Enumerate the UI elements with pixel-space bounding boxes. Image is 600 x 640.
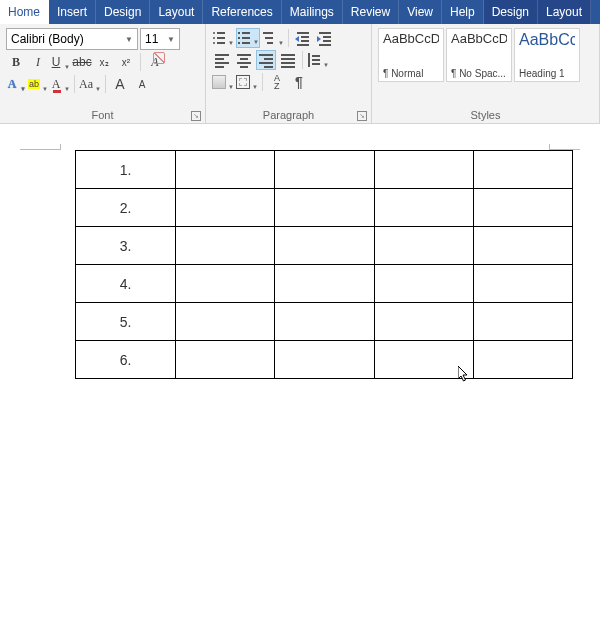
group-label-paragraph: Paragraph <box>206 109 371 121</box>
font-size-combo[interactable]: 11 ▼ <box>140 28 180 50</box>
table-cell[interactable] <box>176 303 275 341</box>
shading-button[interactable]: ▼ <box>212 72 234 92</box>
style-heading-1[interactable]: AaBbCc Heading 1 <box>514 28 580 82</box>
margin-guide <box>60 144 61 150</box>
style-normal[interactable]: AaBbCcDd ¶ Normal <box>378 28 444 82</box>
tab-layout[interactable]: Layout <box>150 0 203 24</box>
ribbon-tabs: Home Insert Design Layout References Mai… <box>0 0 600 24</box>
bullets-button[interactable]: ▼ <box>212 28 234 48</box>
chevron-down-icon: ▼ <box>228 40 234 46</box>
align-center-icon <box>237 54 251 66</box>
table-row[interactable]: 4. <box>76 265 573 303</box>
table-cell[interactable] <box>374 151 473 189</box>
table-cell[interactable]: 2. <box>76 189 176 227</box>
table-cell[interactable] <box>473 265 572 303</box>
clear-formatting-button[interactable]: A <box>145 52 165 72</box>
table-cell[interactable] <box>374 265 473 303</box>
chevron-down-icon: ▼ <box>20 86 26 92</box>
highlight-button[interactable]: ab▼ <box>28 74 48 94</box>
borders-icon <box>236 75 250 89</box>
table-row[interactable]: 6. <box>76 341 573 379</box>
table-cell[interactable] <box>374 341 473 379</box>
table-cell[interactable] <box>176 265 275 303</box>
table-cell[interactable] <box>176 341 275 379</box>
table-cell[interactable] <box>275 227 374 265</box>
tab-table-layout[interactable]: Layout <box>538 0 591 24</box>
increase-indent-icon <box>317 31 333 45</box>
font-dialog-launcher[interactable]: ↘ <box>191 111 201 121</box>
paragraph-dialog-launcher[interactable]: ↘ <box>357 111 367 121</box>
multilevel-list-button[interactable]: ▼ <box>262 28 284 48</box>
document-area: 1.2.3.4.5.6. <box>0 124 600 379</box>
table-cell[interactable] <box>374 189 473 227</box>
grow-font-button[interactable]: A <box>110 74 130 94</box>
numbering-button[interactable]: ▼ <box>236 28 260 48</box>
subscript-button[interactable]: x₂ <box>94 52 114 72</box>
table-cell[interactable] <box>275 151 374 189</box>
table-row[interactable]: 3. <box>76 227 573 265</box>
table-row[interactable]: 1. <box>76 151 573 189</box>
tab-references[interactable]: References <box>203 0 281 24</box>
tab-view[interactable]: View <box>399 0 442 24</box>
separator <box>288 29 289 47</box>
italic-button[interactable]: I <box>28 52 48 72</box>
tab-design[interactable]: Design <box>96 0 150 24</box>
table-row[interactable]: 2. <box>76 189 573 227</box>
chevron-down-icon: ▼ <box>64 64 70 70</box>
align-left-button[interactable] <box>212 50 232 70</box>
table-cell[interactable] <box>275 303 374 341</box>
bold-button[interactable]: B <box>6 52 26 72</box>
table-cell[interactable] <box>176 151 275 189</box>
style-no-spacing[interactable]: AaBbCcDd ¶ No Spac... <box>446 28 512 82</box>
chevron-down-icon: ▼ <box>95 86 101 92</box>
table-cell[interactable] <box>275 265 374 303</box>
table-cell[interactable]: 3. <box>76 227 176 265</box>
table-cell[interactable] <box>374 303 473 341</box>
show-marks-button[interactable]: ¶ <box>289 72 309 92</box>
table-cell[interactable] <box>473 189 572 227</box>
align-center-button[interactable] <box>234 50 254 70</box>
align-right-button[interactable] <box>256 50 276 70</box>
shrink-font-button[interactable]: A <box>132 74 152 94</box>
styles-gallery[interactable]: AaBbCcDd ¶ Normal AaBbCcDd ¶ No Spac... … <box>378 28 593 82</box>
table-cell[interactable] <box>275 341 374 379</box>
table-cell[interactable] <box>176 227 275 265</box>
table-cell[interactable] <box>473 341 572 379</box>
strikethrough-button[interactable]: abc <box>72 52 92 72</box>
table-cell[interactable] <box>473 303 572 341</box>
table-cell[interactable]: 4. <box>76 265 176 303</box>
table-cell[interactable] <box>473 227 572 265</box>
table-cell[interactable]: 6. <box>76 341 176 379</box>
table-cell[interactable] <box>176 189 275 227</box>
increase-indent-button[interactable] <box>315 28 335 48</box>
chevron-down-icon: ▼ <box>253 39 259 45</box>
font-name-combo[interactable]: Calibri (Body) ▼ <box>6 28 138 50</box>
table-cell[interactable]: 5. <box>76 303 176 341</box>
table-row[interactable]: 5. <box>76 303 573 341</box>
justify-button[interactable] <box>278 50 298 70</box>
tab-mailings[interactable]: Mailings <box>282 0 343 24</box>
line-spacing-button[interactable]: ▼ <box>307 50 329 70</box>
decrease-indent-button[interactable] <box>293 28 313 48</box>
table-cell[interactable] <box>473 151 572 189</box>
tab-table-design[interactable]: Design <box>484 0 538 24</box>
tab-help[interactable]: Help <box>442 0 484 24</box>
page-sheet[interactable]: 1.2.3.4.5.6. <box>20 150 580 379</box>
font-color-button[interactable]: A▼ <box>50 74 70 94</box>
tab-insert[interactable]: Insert <box>49 0 96 24</box>
table-cell[interactable] <box>275 189 374 227</box>
tell-me[interactable]: 💡 Tell <box>591 0 600 24</box>
chevron-down-icon: ▼ <box>64 86 70 92</box>
text-effects-button[interactable]: A▼ <box>6 74 26 94</box>
change-case-button[interactable]: Aa▼ <box>79 74 101 94</box>
sort-button[interactable]: A Z <box>267 72 287 92</box>
table-cell[interactable] <box>374 227 473 265</box>
document-table[interactable]: 1.2.3.4.5.6. <box>75 150 573 379</box>
tab-review[interactable]: Review <box>343 0 399 24</box>
borders-button[interactable]: ▼ <box>236 72 258 92</box>
tab-home[interactable]: Home <box>0 0 49 24</box>
group-font: Calibri (Body) ▼ 11 ▼ B I U▼ abc x₂ x² A… <box>0 24 206 123</box>
underline-button[interactable]: U▼ <box>50 52 70 72</box>
superscript-button[interactable]: x² <box>116 52 136 72</box>
table-cell[interactable]: 1. <box>76 151 176 189</box>
